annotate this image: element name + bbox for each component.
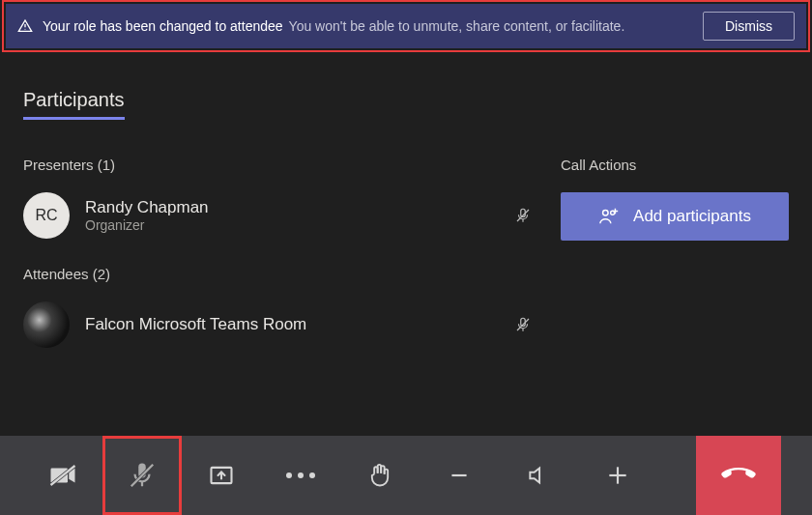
avatar: RC — [23, 192, 70, 239]
svg-point-8 — [603, 211, 609, 216]
presenter-row: RC Randy Chapman Organizer — [23, 192, 541, 239]
camera-toggle-button[interactable] — [23, 436, 102, 515]
participant-name: Randy Chapman — [85, 198, 514, 217]
attendees-label: Attendees (2) — [23, 266, 541, 282]
add-participants-button[interactable]: Add participants — [561, 192, 789, 241]
ellipsis-icon — [286, 472, 315, 478]
participant-role: Organizer — [85, 217, 514, 233]
participants-heading: Participants — [23, 89, 125, 120]
attendee-row: Falcon Microsoft Teams Room — [23, 301, 541, 348]
dismiss-button[interactable]: Dismiss — [703, 12, 795, 41]
notification-banner-highlight: Your role has been changed to attendee Y… — [2, 0, 810, 52]
volume-button[interactable] — [499, 436, 578, 515]
mic-toggle-button[interactable] — [102, 436, 182, 515]
participant-name: Falcon Microsoft Teams Room — [85, 315, 514, 334]
presenters-label: Presenters (1) — [23, 157, 541, 173]
share-content-button[interactable] — [182, 436, 261, 515]
minimize-button[interactable] — [420, 436, 499, 515]
call-controls-bar — [0, 436, 812, 515]
call-actions-label: Call Actions — [561, 157, 789, 173]
hang-up-button[interactable] — [696, 436, 781, 515]
add-participants-label: Add participants — [633, 207, 751, 226]
more-options-button[interactable] — [261, 436, 340, 515]
svg-point-1 — [24, 29, 25, 30]
mic-muted-icon — [514, 207, 532, 224]
add-people-icon — [598, 206, 620, 227]
avatar — [23, 301, 70, 348]
raise-hand-button[interactable] — [340, 436, 420, 515]
notification-banner: Your role has been changed to attendee Y… — [6, 4, 806, 48]
add-button[interactable] — [578, 436, 657, 515]
mic-muted-icon — [514, 316, 532, 333]
warning-icon — [17, 18, 33, 34]
notification-title: Your role has been changed to attendee — [43, 18, 283, 34]
notification-text: You won't be able to unmute, share conte… — [289, 18, 703, 34]
